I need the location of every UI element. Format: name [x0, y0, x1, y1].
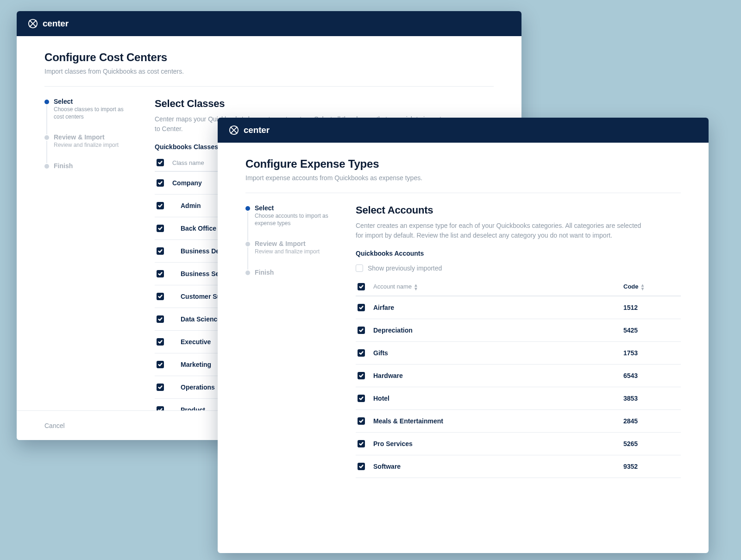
- account-name: Hotel: [373, 395, 615, 402]
- account-code: 9352: [623, 463, 679, 470]
- step-line: [46, 105, 47, 134]
- column-header-name[interactable]: Account name▲▼: [373, 283, 615, 291]
- step[interactable]: SelectChoose classes to import as cost c…: [44, 98, 132, 120]
- brand-name: center: [244, 125, 270, 135]
- brand: center: [229, 125, 270, 135]
- row-checkbox[interactable]: [157, 225, 164, 232]
- account-row[interactable]: Software9352: [356, 455, 681, 478]
- row-checkbox[interactable]: [358, 417, 365, 425]
- row-checkbox[interactable]: [358, 327, 365, 334]
- step[interactable]: Review & ImportReview and finalize impor…: [44, 133, 132, 149]
- account-code: 5265: [623, 440, 679, 447]
- step-label: Review & Import: [54, 133, 132, 141]
- step-desc: Review and finalize import: [54, 142, 132, 149]
- row-checkbox[interactable]: [157, 202, 164, 209]
- step-dot-icon: [245, 271, 250, 275]
- stepper: SelectChoose classes to import as cost c…: [44, 98, 132, 410]
- section-subtitle: Center creates an expense type for each …: [356, 221, 643, 240]
- step-dot-icon: [245, 242, 250, 246]
- row-checkbox[interactable]: [157, 406, 164, 410]
- column-header-code[interactable]: Code▲▼: [623, 283, 679, 291]
- account-code: 2845: [623, 417, 679, 425]
- account-row[interactable]: Pro Services5265: [356, 433, 681, 455]
- step-label: Select: [54, 98, 132, 105]
- step-dot-icon: [44, 164, 49, 169]
- account-row[interactable]: Hardware6543: [356, 365, 681, 387]
- row-checkbox[interactable]: [157, 247, 164, 255]
- row-checkbox[interactable]: [358, 349, 365, 357]
- account-list: Airfare1512Depreciation5425Gifts1753Hard…: [356, 296, 681, 478]
- step[interactable]: SelectChoose accounts to import as expen…: [245, 204, 333, 227]
- page-subtitle: Import classes from Quickbooks as cost c…: [44, 68, 494, 75]
- step-dot-icon: [44, 135, 49, 140]
- row-checkbox[interactable]: [157, 293, 164, 300]
- row-checkbox[interactable]: [358, 304, 365, 311]
- account-name: Hardware: [373, 372, 615, 379]
- stepper: SelectChoose accounts to import as expen…: [245, 204, 333, 553]
- account-row[interactable]: Airfare1512: [356, 296, 681, 319]
- account-code: 1512: [623, 304, 679, 311]
- step[interactable]: Finish: [245, 269, 333, 276]
- step-dot-icon: [245, 206, 250, 211]
- step-label: Review & Import: [255, 240, 333, 247]
- account-name: Depreciation: [373, 327, 615, 334]
- brand-icon: [229, 125, 239, 135]
- sort-icon[interactable]: ▲▼: [414, 283, 418, 291]
- account-code: 5425: [623, 327, 679, 334]
- page-title: Configure Cost Centers: [44, 51, 494, 64]
- titlebar: center: [17, 11, 521, 36]
- section-title: Select Accounts: [356, 204, 681, 216]
- step-label: Finish: [54, 162, 132, 170]
- account-row[interactable]: Hotel3853: [356, 387, 681, 410]
- row-checkbox[interactable]: [157, 338, 164, 346]
- row-checkbox[interactable]: [157, 315, 164, 323]
- row-checkbox[interactable]: [358, 395, 365, 402]
- step-line: [247, 212, 248, 241]
- section-title: Select Classes: [155, 98, 494, 110]
- cancel-button[interactable]: Cancel: [44, 422, 65, 429]
- account-name: Software: [373, 463, 615, 470]
- show-previously-imported-checkbox[interactable]: [356, 264, 363, 272]
- brand-name: center: [43, 19, 69, 29]
- step-label: Select: [255, 204, 333, 212]
- account-name: Pro Services: [373, 440, 615, 447]
- page-title: Configure Expense Types: [245, 157, 681, 170]
- titlebar: center: [218, 118, 709, 143]
- step-label: Finish: [255, 269, 333, 276]
- row-checkbox[interactable]: [157, 270, 164, 277]
- select-all-checkbox[interactable]: [358, 283, 365, 290]
- step-desc: Review and finalize import: [255, 248, 333, 256]
- row-checkbox[interactable]: [157, 179, 164, 187]
- account-row[interactable]: Meals & Entertainment2845: [356, 410, 681, 433]
- step-line: [46, 141, 47, 163]
- account-name: Airfare: [373, 304, 615, 311]
- page-subtitle: Import expense accounts from Quickbooks …: [245, 174, 681, 182]
- select-all-checkbox[interactable]: [157, 159, 164, 166]
- account-row[interactable]: Gifts1753: [356, 342, 681, 365]
- row-checkbox[interactable]: [358, 372, 365, 379]
- column-header-row: Account name▲▼ Code▲▼: [356, 278, 681, 296]
- expense-types-window: center Configure Expense Types Import ex…: [218, 118, 709, 553]
- show-previously-imported-label: Show previously imported: [368, 264, 442, 272]
- step-line: [247, 247, 248, 270]
- account-code: 1753: [623, 349, 679, 357]
- row-checkbox[interactable]: [358, 463, 365, 470]
- account-row[interactable]: Depreciation5425: [356, 319, 681, 342]
- step-dot-icon: [44, 100, 49, 104]
- step[interactable]: Finish: [44, 162, 132, 170]
- brand: center: [28, 19, 69, 29]
- row-checkbox[interactable]: [157, 384, 164, 391]
- account-code: 3853: [623, 395, 679, 402]
- step-desc: Choose accounts to import as expense typ…: [255, 213, 333, 227]
- list-heading: Quickbooks Accounts: [356, 250, 681, 257]
- sort-icon[interactable]: ▲▼: [641, 283, 645, 291]
- row-checkbox[interactable]: [157, 361, 164, 368]
- account-name: Meals & Entertainment: [373, 417, 615, 425]
- row-checkbox[interactable]: [358, 440, 365, 447]
- show-previously-imported[interactable]: Show previously imported: [356, 261, 681, 278]
- account-code: 6543: [623, 372, 679, 379]
- step-desc: Choose classes to import as cost centers: [54, 106, 132, 120]
- step[interactable]: Review & ImportReview and finalize impor…: [245, 240, 333, 256]
- account-name: Gifts: [373, 349, 615, 357]
- brand-icon: [28, 19, 38, 29]
